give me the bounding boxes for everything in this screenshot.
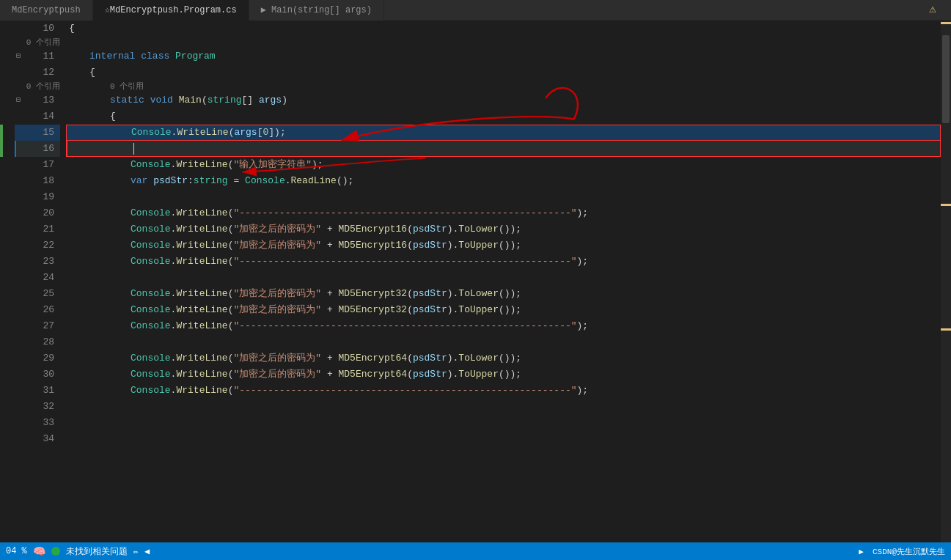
git-icon: ✏ <box>133 546 139 557</box>
status-bar: 04 % 🧠 未找到相关问题 ✏ ◀ ▶ CSDN@先生沉默先生 <box>0 542 951 560</box>
scroll-indicator-1 <box>941 204 951 206</box>
margin-row-11 <box>0 48 15 65</box>
line-num-12: 12 <box>15 65 60 81</box>
code-line-22: Console . WriteLine ( "加密之后的密码为" + MD5En… <box>66 237 941 254</box>
code-line-11: internal class Program <box>66 48 941 65</box>
tab-bar: MdEncryptpush ☆MdEncryptpush.Program.cs … <box>0 0 951 21</box>
code-line-10: { <box>66 21 941 37</box>
line-num-20: 20 <box>15 205 60 221</box>
cursor <box>133 143 140 155</box>
ref-11: 0 个引用 <box>15 37 60 48</box>
code-line-15: Console . WriteLine ( args [ 0 ]); <box>66 125 941 141</box>
editor-body: 10 0 个引用 ⊟ 11 12 0 个引用 ⊟ 13 14 15 16 17 … <box>0 21 951 542</box>
line-num-26: 26 <box>15 302 60 318</box>
arrow-right-icon: ▶ <box>859 547 864 556</box>
line-numbers: 10 0 个引用 ⊟ 11 12 0 个引用 ⊟ 13 14 15 16 17 … <box>15 21 66 542</box>
scroll-indicator-2 <box>941 328 951 331</box>
line-num-30: 30 <box>15 366 60 383</box>
line-num-33: 33 <box>15 415 60 431</box>
code-line-20: Console . WriteLine ( "-----------------… <box>66 205 941 221</box>
status-left: 04 % 🧠 未找到相关问题 ✏ ◀ <box>6 545 150 558</box>
editor-container: MdEncryptpush ☆MdEncryptpush.Program.cs … <box>0 0 951 560</box>
line-num-14: 14 <box>15 108 60 125</box>
code-area[interactable]: { internal class Program { 0 个引用 <box>66 21 941 542</box>
code-line-32 <box>66 399 941 415</box>
margin-row-10 <box>0 21 15 37</box>
code-line-31: Console . WriteLine ( "-----------------… <box>66 383 941 399</box>
code-line-30: Console . WriteLine ( "加密之后的密码为" + MD5En… <box>66 366 941 383</box>
scroll-warning-indicator <box>941 22 951 24</box>
margin-row-16 <box>0 141 3 157</box>
line-num-28: 28 <box>15 334 60 350</box>
zoom-level: 04 % <box>6 546 27 556</box>
line-num-11: ⊟ 11 <box>15 48 60 65</box>
code-line-17: Console . WriteLine ( "输入加密字符串" ); <box>66 157 941 173</box>
margin-row-14 <box>0 108 15 125</box>
status-dot <box>51 547 60 556</box>
code-line-29: Console . WriteLine ( "加密之后的密码为" + MD5En… <box>66 350 941 366</box>
code-line-13: static void Main ( string [] args ) <box>66 92 941 108</box>
line-num-29: 29 <box>15 350 60 366</box>
code-line-28 <box>66 334 941 350</box>
left-margin <box>0 21 15 542</box>
collapse-icon-13[interactable]: ⊟ <box>16 92 21 108</box>
margin-row-12 <box>0 65 15 81</box>
code-line-27: Console . WriteLine ( "-----------------… <box>66 318 941 334</box>
margin-row-15 <box>0 125 3 141</box>
line-num-21: 21 <box>15 221 60 237</box>
code-ref-13: 0 个引用 <box>66 81 941 92</box>
margin-ref-13 <box>0 81 15 92</box>
line-num-18: 18 <box>15 173 60 189</box>
scrollbar-thumb[interactable] <box>942 35 950 123</box>
line-num-13: ⊟ 13 <box>15 92 60 108</box>
code-line-14: { <box>66 108 941 125</box>
line-num-32: 32 <box>15 399 60 415</box>
line-num-27: 27 <box>15 318 60 334</box>
line-num-10: 10 <box>15 21 60 37</box>
code-line-34 <box>66 431 941 447</box>
no-issues-label: 未找到相关问题 <box>66 545 128 558</box>
margin-row-13 <box>0 92 15 108</box>
warning-indicator: ⚠ <box>929 1 936 16</box>
line-num-34: 34 <box>15 431 60 447</box>
code-line-18: var psdStr : string = Console . ReadLine… <box>66 173 941 189</box>
line-num-22: 22 <box>15 237 60 254</box>
status-right: ▶ CSDN@先生沉默先生 <box>859 546 945 557</box>
collapse-icon-11[interactable]: ⊟ <box>16 48 21 65</box>
line-num-17: 17 <box>15 157 60 173</box>
warning-icon: ⚠ <box>929 3 936 16</box>
tab-mdencryptpush[interactable]: MdEncryptpush <box>0 0 93 21</box>
tab-main-args[interactable]: ▶ Main(string[] args) <box>249 0 384 21</box>
line-num-25: 25 <box>15 286 60 302</box>
brain-icon: 🧠 <box>33 545 45 558</box>
code-line-24 <box>66 270 941 286</box>
arrow-left-icon: ◀ <box>144 546 150 557</box>
line-num-31: 31 <box>15 383 60 399</box>
line-num-16: 16 <box>15 141 60 157</box>
code-line-19 <box>66 189 941 205</box>
scrollbar-right[interactable] <box>941 21 951 542</box>
line-num-19: 19 <box>15 189 60 205</box>
csdn-label: CSDN@先生沉默先生 <box>873 546 945 557</box>
code-line-33 <box>66 415 941 431</box>
code-line-21: Console . WriteLine ( "加密之后的密码为" + MD5En… <box>66 221 941 237</box>
code-ref-11 <box>66 37 941 48</box>
code-line-26: Console . WriteLine ( "加密之后的密码为" + MD5En… <box>66 302 941 318</box>
tab-program-cs[interactable]: ☆MdEncryptpush.Program.cs <box>93 0 249 21</box>
code-line-23: Console . WriteLine ( "-----------------… <box>66 254 941 270</box>
code-line-12: { <box>66 65 941 81</box>
code-line-16 <box>66 141 941 157</box>
ref-13: 0 个引用 <box>15 81 60 92</box>
line-num-24: 24 <box>15 270 60 286</box>
line-num-23: 23 <box>15 254 60 270</box>
code-line-25: Console . WriteLine ( "加密之后的密码为" + MD5En… <box>66 286 941 302</box>
margin-ref-11 <box>0 37 15 48</box>
line-num-15: 15 <box>15 125 60 141</box>
